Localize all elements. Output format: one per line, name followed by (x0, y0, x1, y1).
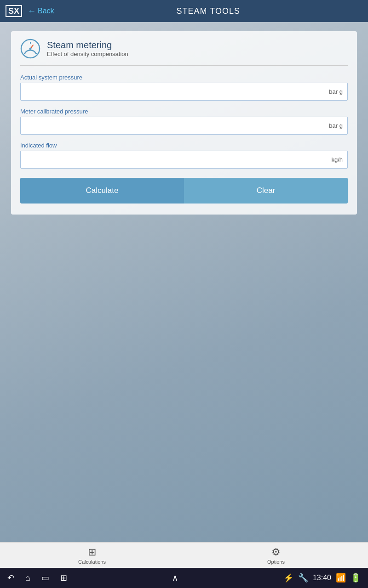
bottom-nav: ⊞ Calculations ⚙ Options (0, 542, 368, 568)
input-meter-calibrated-pressure[interactable] (21, 117, 329, 134)
system-time: 13:40 (313, 574, 331, 582)
field-meter-calibrated-pressure: Meter calibrated pressure bar g (20, 108, 348, 135)
input-wrapper-flow: kg/h (20, 151, 348, 169)
nav-label-options: Options (267, 559, 285, 565)
calculations-icon: ⊞ (88, 546, 96, 558)
label-indicated-flow: Indicated flow (20, 142, 348, 149)
input-wrapper-pressure: bar g (20, 83, 348, 101)
header-bar: SX ← Back STEAM TOOLS (0, 0, 368, 22)
input-wrapper-calibrated: bar g (20, 117, 348, 135)
back-arrow-icon: ← (28, 6, 36, 16)
back-label: Back (38, 7, 54, 15)
section-subtitle: Effect of density compensation (47, 51, 128, 57)
section-header: Steam metering Effect of density compens… (20, 39, 348, 59)
usb-icon: ⚡ (283, 573, 293, 583)
signal-icon: 🔋 (351, 573, 361, 583)
svg-point-2 (29, 48, 32, 50)
calculate-button[interactable]: Calculate (20, 178, 184, 204)
back-button[interactable]: ← Back (28, 6, 54, 16)
unit-meter-calibrated-pressure: bar g (329, 122, 347, 129)
button-row: Calculate Clear (20, 178, 348, 204)
system-nav: ↶ ⌂ ▭ ⊞ ∧ ⚡ 🔧 13:40 📶 🔋 (0, 568, 368, 588)
sys-left-icons: ↶ ⌂ ▭ ⊞ (7, 573, 67, 583)
home-icon[interactable]: ⌂ (25, 573, 30, 583)
content-card: Steam metering Effect of density compens… (11, 31, 357, 215)
gauge-icon (20, 39, 40, 59)
nav-label-calculations: Calculations (78, 559, 106, 565)
label-actual-system-pressure: Actual system pressure (20, 74, 348, 81)
clear-button[interactable]: Clear (184, 178, 348, 204)
app-logo: SX (6, 5, 22, 17)
sys-right-status: ⚡ 🔧 13:40 📶 🔋 (283, 573, 361, 583)
options-icon: ⚙ (271, 546, 281, 558)
settings-icon: 🔧 (298, 573, 308, 583)
nav-item-calculations[interactable]: ⊞ Calculations (0, 543, 184, 567)
input-actual-system-pressure[interactable] (21, 83, 329, 100)
label-meter-calibrated-pressure: Meter calibrated pressure (20, 108, 348, 115)
main-content: Steam metering Effect of density compens… (0, 22, 368, 224)
input-indicated-flow[interactable] (21, 151, 331, 168)
nav-item-options[interactable]: ⚙ Options (184, 543, 368, 567)
qr-icon[interactable]: ⊞ (60, 573, 67, 583)
back-system-icon[interactable]: ↶ (7, 573, 14, 583)
section-titles: Steam metering Effect of density compens… (47, 40, 128, 57)
unit-actual-system-pressure: bar g (329, 88, 347, 95)
wifi-icon: 📶 (336, 573, 346, 583)
section-title: Steam metering (47, 40, 128, 51)
field-indicated-flow: Indicated flow kg/h (20, 142, 348, 169)
expand-icon[interactable]: ∧ (172, 573, 178, 583)
field-actual-system-pressure: Actual system pressure bar g (20, 74, 348, 101)
sys-center-icon: ∧ (172, 573, 178, 583)
unit-indicated-flow: kg/h (331, 156, 347, 163)
recents-icon[interactable]: ▭ (41, 573, 49, 583)
divider (20, 65, 348, 66)
page-title: STEAM TOOLS (54, 6, 362, 16)
